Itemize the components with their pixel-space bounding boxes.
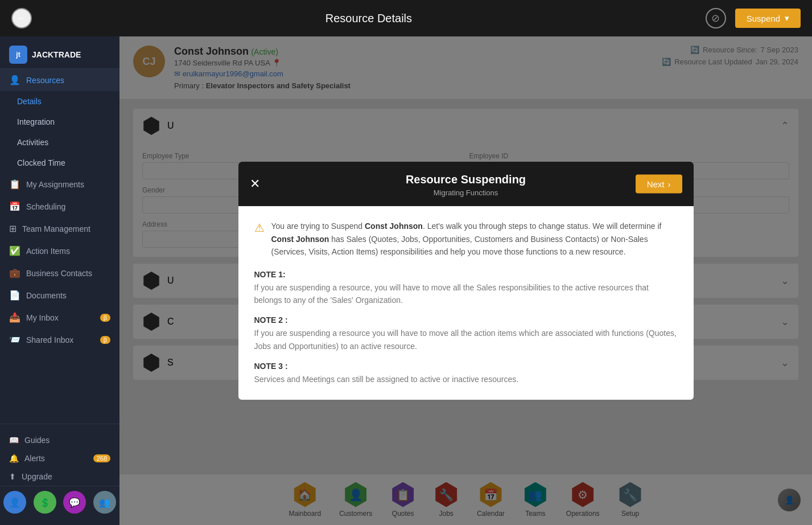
sidebar-label-business-contacts: Business Contacts xyxy=(26,269,92,278)
sidebar-bottom: 📖 Guides 🔔 Alerts 268 ⬆ Upgrade 👤 💲 💬 👥 xyxy=(0,424,119,525)
note3-text: Services and Meetings can still be assig… xyxy=(254,373,678,385)
modal-warning-text: You are trying to Suspend Const Johnson.… xyxy=(271,220,678,258)
logo-text: JACKTRADE xyxy=(32,50,81,59)
action-items-icon: ✅ xyxy=(9,245,20,256)
alerts-badge: 268 xyxy=(93,454,110,462)
note2-text: If you are suspending a resource you wil… xyxy=(254,327,678,352)
sidebar-label-scheduling: Scheduling xyxy=(26,202,65,211)
sidebar-label-shared-inbox: Shared Inbox xyxy=(26,335,73,344)
person-circle-icon[interactable]: 👤 xyxy=(3,491,26,514)
upgrade-icon: ⬆ xyxy=(9,472,16,481)
team-management-icon: ⊞ xyxy=(9,223,17,234)
alerts-label: Alerts xyxy=(24,454,45,463)
sidebar-logo: jt JACKTRADE xyxy=(0,36,119,69)
sidebar-label-documents: Documents xyxy=(26,291,67,300)
sidebar-label-clocked-time: Clocked Time xyxy=(17,158,65,167)
sidebar-bottom-icons: 👤 💲 💬 👥 xyxy=(0,486,119,518)
my-inbox-icon: 📥 xyxy=(9,312,20,323)
scheduling-icon: 📅 xyxy=(9,201,20,212)
business-contacts-icon: 💼 xyxy=(9,268,20,278)
warning-icon: ⚠ xyxy=(254,221,265,258)
sidebar-label-team-management: Team Management xyxy=(22,224,90,233)
modal-overlay: ✕ Resource Suspending Migrating Function… xyxy=(119,36,812,525)
sidebar-item-team-management[interactable]: ⊞ Team Management xyxy=(0,218,119,240)
shared-inbox-badge: β xyxy=(100,336,110,344)
sidebar-item-details[interactable]: Details xyxy=(0,91,119,112)
sidebar-item-my-assignments[interactable]: 📋 My Assignments xyxy=(0,173,119,195)
modal-title: Resource Suspending xyxy=(406,173,526,186)
top-bar-right: ⊘ Suspend ▾ xyxy=(706,8,801,28)
sidebar-label-my-inbox: My Inbox xyxy=(26,313,59,322)
modal-note-1: NOTE 1: If you are suspending a resource… xyxy=(254,270,678,307)
guides-icon: 📖 xyxy=(9,436,19,445)
top-bar: ← Resource Details ⊘ Suspend ▾ xyxy=(0,0,812,36)
note3-title: NOTE 3 : xyxy=(254,362,678,371)
sidebar-label-activities: Activities xyxy=(17,138,48,147)
sidebar: jt JACKTRADE 👤 Resources Details Integra… xyxy=(0,36,119,525)
modal-warning: ⚠ You are trying to Suspend Const Johnso… xyxy=(254,220,678,258)
chevron-down-icon: ▾ xyxy=(785,13,789,23)
sidebar-label-action-items: Action Items xyxy=(26,247,70,256)
documents-icon: 📄 xyxy=(9,290,20,301)
my-assignments-icon: 📋 xyxy=(9,179,20,190)
upgrade-label: Upgrade xyxy=(22,472,52,481)
sidebar-item-shared-inbox[interactable]: 📨 Shared Inbox β xyxy=(0,329,119,351)
modal-close-button[interactable]: ✕ xyxy=(250,177,260,191)
page-title: Resource Details xyxy=(325,12,412,25)
guides-label: Guides xyxy=(24,436,50,445)
note1-title: NOTE 1: xyxy=(254,270,678,279)
sidebar-upgrade[interactable]: ⬆ Upgrade xyxy=(0,467,119,486)
chat-circle-icon[interactable]: 💬 xyxy=(63,491,86,514)
note2-title: NOTE 2 : xyxy=(254,315,678,325)
sidebar-item-scheduling[interactable]: 📅 Scheduling xyxy=(0,195,119,218)
resources-icon: 👤 xyxy=(9,75,20,85)
sidebar-item-my-inbox[interactable]: 📥 My Inbox β xyxy=(0,306,119,329)
sidebar-label-details: Details xyxy=(17,97,42,106)
modal-next-button[interactable]: Next › xyxy=(636,175,682,194)
shared-inbox-icon: 📨 xyxy=(9,334,20,345)
sidebar-item-integration[interactable]: Integration xyxy=(0,112,119,132)
modal: ✕ Resource Suspending Migrating Function… xyxy=(238,162,694,399)
sidebar-label-my-assignments: My Assignments xyxy=(26,180,84,189)
my-inbox-badge: β xyxy=(100,314,110,322)
sidebar-label-resources: Resources xyxy=(26,76,64,85)
sidebar-label-integration: Integration xyxy=(17,117,55,126)
main-layout: jt JACKTRADE 👤 Resources Details Integra… xyxy=(0,36,812,525)
sidebar-item-activities[interactable]: Activities xyxy=(0,132,119,153)
sidebar-item-documents[interactable]: 📄 Documents xyxy=(0,284,119,306)
modal-body: ⚠ You are trying to Suspend Const Johnso… xyxy=(238,206,694,399)
sidebar-alerts[interactable]: 🔔 Alerts 268 xyxy=(0,449,119,467)
modal-note-2: NOTE 2 : If you are suspending a resourc… xyxy=(254,315,678,352)
note1-text: If you are suspending a resource, you wi… xyxy=(254,281,678,307)
sidebar-item-clocked-time[interactable]: Clocked Time xyxy=(0,153,119,173)
sidebar-nav: 👤 Resources Details Integration Activiti… xyxy=(0,69,119,424)
compass-icon[interactable]: ⊘ xyxy=(706,8,726,28)
sidebar-item-business-contacts[interactable]: 💼 Business Contacts xyxy=(0,262,119,284)
back-button[interactable]: ← xyxy=(11,8,32,28)
sidebar-item-action-items[interactable]: ✅ Action Items xyxy=(0,240,119,262)
next-chevron-icon: › xyxy=(668,179,671,189)
content-area: CJ Const Johnson (Active) 1740 Seidersvi… xyxy=(119,36,812,525)
alerts-icon: 🔔 xyxy=(9,454,19,463)
suspend-button[interactable]: Suspend ▾ xyxy=(735,9,801,28)
dollar-circle-icon[interactable]: 💲 xyxy=(34,491,56,514)
modal-subtitle: Migrating Functions xyxy=(434,188,498,197)
sidebar-item-resources[interactable]: 👤 Resources xyxy=(0,69,119,91)
modal-note-3: NOTE 3 : Services and Meetings can still… xyxy=(254,362,678,385)
sidebar-guides[interactable]: 📖 Guides xyxy=(0,431,119,449)
logo-icon: jt xyxy=(9,46,27,64)
modal-header: ✕ Resource Suspending Migrating Function… xyxy=(238,162,694,206)
group-circle-icon[interactable]: 👥 xyxy=(93,491,116,514)
